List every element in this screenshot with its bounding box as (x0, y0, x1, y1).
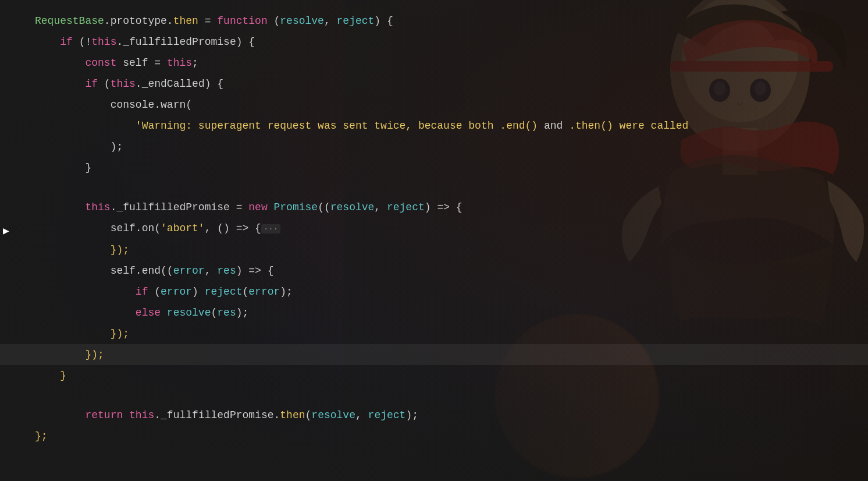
token: ._fullfilledPromise = (111, 201, 249, 213)
line-content: }); (23, 324, 868, 343)
token: , () => { (205, 222, 261, 234)
code-line: console.warn( (0, 94, 868, 115)
token: ( (98, 78, 111, 90)
indent-space (35, 286, 136, 298)
line-content: }); (23, 345, 868, 364)
token: , (355, 409, 368, 421)
token: ); (111, 141, 123, 153)
token: const (85, 57, 116, 69)
token (161, 307, 167, 319)
token: }); (111, 328, 129, 339)
editor-container: RequestBase.prototype.then = function (r… (0, 0, 868, 481)
token: resolve (280, 15, 324, 27)
token: ._endCalled) { (136, 78, 223, 90)
line-content: this._fullfilledPromise = new Promise((r… (23, 198, 868, 217)
code-line: const self = this; (0, 52, 868, 73)
line-content: self.on('abort', () => {··· (23, 219, 868, 238)
line-content: console.warn( (23, 96, 868, 114)
indent-space (35, 141, 111, 153)
token: } (85, 162, 91, 174)
indent-space (35, 57, 85, 69)
token: ) => { (236, 265, 274, 277)
code-line: }); (0, 239, 868, 260)
arrow-indicator: ▶ (3, 222, 9, 240)
token: 'Warning: superagent request was sent tw… (136, 120, 544, 132)
line-content: const self = this; (23, 54, 868, 72)
token: RequestBase (35, 15, 104, 27)
code-line: RequestBase.prototype.then = function (r… (0, 10, 868, 31)
line-content: } (23, 366, 868, 385)
line-content: RequestBase.prototype.then = function (r… (23, 12, 868, 30)
indent-space (35, 78, 85, 90)
code-line: 'Warning: superagent request was sent tw… (0, 115, 868, 136)
indent-space (35, 307, 136, 319)
token: Promise (274, 201, 318, 213)
token: if (60, 36, 73, 48)
token: this (111, 78, 136, 90)
line-content: if (!this._fullfilledPromise) { (23, 33, 868, 51)
code-line: if (!this._fullfilledPromise) { (0, 31, 868, 52)
code-line: } (0, 157, 868, 178)
token: resolve (167, 307, 211, 319)
token: ( (211, 307, 217, 319)
token: , (324, 15, 337, 27)
code-line (0, 178, 868, 197)
code-line: ▶ self.on('abort', () => {··· (0, 218, 868, 239)
token: ; (192, 57, 198, 69)
line-content: }); (23, 240, 868, 259)
code-line: }); (0, 344, 868, 365)
code-panel[interactable]: RequestBase.prototype.then = function (r… (0, 0, 868, 481)
token: } (60, 370, 66, 381)
token: reject (205, 286, 243, 298)
token: resolve (311, 409, 355, 421)
code-line: }); (0, 323, 868, 344)
token: ( (305, 409, 312, 421)
token: reject (337, 15, 375, 27)
indent-space (35, 99, 111, 111)
code-line (0, 386, 868, 405)
line-content: } (23, 158, 868, 177)
code-line: return this._fullfilledPromise.then(reso… (0, 405, 868, 426)
token: }); (111, 244, 129, 256)
token: ( (148, 286, 161, 298)
indent-space (35, 349, 85, 360)
indent-space (35, 265, 111, 277)
token: self (116, 57, 154, 69)
token: then (280, 409, 305, 421)
token: ._fullfilledPromise. (154, 409, 280, 421)
token: reject (368, 409, 406, 421)
token: ··· (261, 224, 280, 234)
token: .prototype. (104, 15, 173, 27)
token: }); (85, 349, 104, 360)
code-line: this._fullfilledPromise = new Promise((r… (0, 197, 868, 218)
token: }; (35, 430, 48, 442)
token: res (217, 307, 236, 319)
line-content: ); (23, 137, 868, 156)
token: else (136, 307, 161, 319)
line-content: if (error) reject(error); (23, 282, 868, 301)
token: ) (192, 286, 205, 298)
code-line: self.end((error, res) => { (0, 260, 868, 281)
token: .then() were called (563, 120, 688, 132)
token: console (111, 99, 155, 111)
code-line: ); (0, 136, 868, 157)
token: .on( (136, 222, 161, 234)
indent-space (35, 36, 60, 48)
code-line: else resolve(res); (0, 302, 868, 323)
token: self (111, 222, 136, 234)
line-content: 'Warning: superagent request was sent tw… (23, 116, 868, 135)
token: .warn( (154, 99, 192, 111)
token: = (154, 57, 161, 69)
token: ); (236, 307, 249, 319)
token: this (91, 36, 116, 48)
token: ( (268, 15, 280, 27)
token: this (161, 57, 192, 69)
indent-space (35, 244, 111, 256)
token: .end(( (136, 265, 173, 277)
code-line: if (error) reject(error); (0, 281, 868, 302)
token: if (136, 286, 148, 298)
line-content: return this._fullfilledPromise.then(reso… (23, 406, 868, 425)
line-content: if (this._endCalled) { (23, 75, 868, 93)
token: and (544, 120, 563, 132)
token: ) => { (425, 201, 463, 213)
